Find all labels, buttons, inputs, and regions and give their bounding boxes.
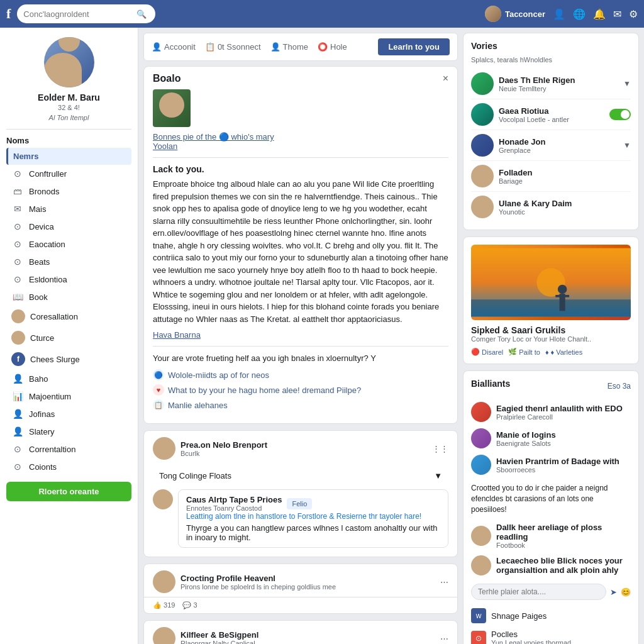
post-link-2[interactable]: Yoolan — [153, 142, 448, 151]
nested-user-meta: Ennotes Toanry Caostod — [186, 504, 282, 512]
chat-input[interactable] — [471, 584, 606, 600]
sponsored-action-1[interactable]: 🔴 Disarel — [471, 348, 503, 356]
chevron-down-icon-2[interactable]: ▼ — [623, 141, 631, 150]
post2-sub: Pirons lonne be sploelrd ls in cheping g… — [180, 583, 336, 591]
sidebar-item[interactable]: 👤Slatery — [6, 423, 131, 440]
top-navigation: f 🔍 Tacconcer 👤 🌐 🔔 ✉ ⚙ — [0, 0, 644, 28]
sponsored-action-2[interactable]: 🌿 Pailt to — [508, 348, 540, 356]
friend-3-sub: Grenplace — [499, 147, 545, 154]
extra-1[interactable]: Dallk heer areliage of ploss readling Fo… — [471, 519, 631, 552]
subnav-item-account[interactable]: 👤 Accoonit — [152, 42, 196, 52]
see-all-link[interactable]: Eso 3a — [608, 382, 631, 391]
profile-avatar — [44, 37, 94, 87]
sponsored-sub: Comger Tory Loc or Your Hlote Chanlt.. — [471, 335, 631, 343]
suggestion-1[interactable]: Eagied thenrl anlaulith with EDO Pralpir… — [471, 399, 631, 425]
question-3[interactable]: 📋 Manlie alehanes — [153, 399, 448, 411]
hole-icon: ⭕ — [318, 42, 328, 52]
sidebar-item[interactable]: ⊙Esldontioa — [6, 270, 131, 288]
extra-2-name: Lecaecheo blie Blick noces your organsia… — [496, 556, 631, 575]
comment-sort-bar[interactable]: Tong Colinge Floats ▼ — [153, 467, 448, 484]
sidebar-item[interactable]: ⊙Correntaltion — [6, 440, 131, 458]
topnav-user[interactable]: Tacconcer — [485, 6, 545, 22]
sidebar-item[interactable]: ⊙Devica — [6, 218, 131, 235]
pages-item-2[interactable]: ⊙ Poclles Yun Legal ynoies thormad — [471, 626, 631, 644]
sidebar-icon: ⊙ — [11, 257, 24, 267]
create-button[interactable]: Rloerto oreante — [6, 482, 131, 501]
friend-2[interactable]: Gaea Riotiua Vocolpal Loetle - antler — [471, 99, 631, 130]
sidebar-item-label: Conftruller — [29, 169, 67, 179]
nested-body: Caus Alrtp Tape 5 Prioes Ennotes Toanry … — [178, 489, 448, 548]
sidebar-item[interactable]: 👤Baho — [6, 370, 131, 387]
nested-link[interactable]: Leatting alom tlne in hanstlore to Forst… — [186, 512, 440, 521]
post-link-1[interactable]: Bonnes pie of the 🔵 whio's mary — [153, 132, 448, 142]
sponsored-svg — [471, 245, 631, 320]
suggestion-2[interactable]: Manie of Iogins Baenigrate Salots — [471, 425, 631, 452]
sidebar-item[interactable]: Cturce — [6, 327, 131, 348]
emoji-icon[interactable]: 😊 — [621, 587, 631, 597]
search-bar[interactable]: 🔍 — [17, 4, 155, 23]
sidebar-item[interactable]: ⊙Coionts — [6, 458, 131, 475]
subnav-item-connect[interactable]: 📋 0t Ssonnect — [205, 42, 261, 52]
person-icon[interactable]: 👤 — [553, 8, 565, 20]
suggestions-card: Bialliants Eso 3a Eagied thenrl anlaulit… — [463, 370, 639, 644]
sidebar-item[interactable]: ✉Mais — [6, 200, 131, 218]
toggle-switch[interactable] — [609, 109, 631, 120]
connect-icon: 📋 — [205, 42, 215, 52]
post2-menu-icon[interactable]: ⋯ — [440, 577, 448, 587]
sidebar-item[interactable]: Coresallation — [6, 306, 131, 327]
globe-icon[interactable]: 🌐 — [573, 8, 586, 20]
comment-card: Prea.on Nelo Brenport Bcurlk ⋮⋮ Tong Col… — [143, 430, 458, 557]
suggestion-3-sub: Sboorroeces — [496, 466, 619, 474]
question-heading: Your are vrote frueting helf aa you igh … — [153, 353, 448, 364]
friend-4-sub: Bariage — [499, 177, 532, 185]
poster-name[interactable]: Hava Bnarna — [153, 330, 448, 340]
post-menu-icon[interactable]: ⋮⋮ — [432, 444, 448, 453]
card-title: Boalo — [153, 73, 180, 84]
comment-user-avatar — [153, 437, 175, 460]
question-2[interactable]: ♥ What to by your he hagu home alee! dre… — [153, 384, 448, 396]
sidebar-item[interactable]: 👤Jofinas — [6, 405, 131, 423]
friend-4[interactable]: Folladen Bariage — [471, 161, 631, 192]
pages-item-1[interactable]: w Shnage Paiges — [471, 605, 631, 626]
bell-icon[interactable]: 🔔 — [593, 8, 606, 20]
sidebar-item[interactable]: ⊙Conftruller — [6, 165, 131, 182]
sidebar-item[interactable]: ⊙Eaocation — [6, 235, 131, 253]
sidebar-icon: ✉ — [11, 204, 24, 214]
friend-1[interactable]: Daes Th Ehle Rigen Neuie Temlltery ▼ — [471, 69, 631, 99]
chevron-down-icon[interactable]: ▼ — [623, 79, 631, 88]
post2-stat-2: 💬 3 — [182, 601, 197, 609]
expand-icon: ▼ — [434, 471, 442, 480]
sidebar-item[interactable]: 🗃Bronods — [6, 182, 131, 200]
post3-menu-icon[interactable]: ⋯ — [440, 634, 448, 643]
friend-5[interactable]: Ulane & Kary Daim Younotic — [471, 192, 631, 222]
nested-avatar — [153, 489, 173, 509]
sidebar-item[interactable]: fChees Slurge — [6, 348, 131, 370]
friend-3[interactable]: Honade Jon Grenplace ▼ — [471, 130, 631, 161]
extra-2[interactable]: Lecaecheo blie Blick noces your organsia… — [471, 552, 631, 579]
sponsored-action-3[interactable]: ♦ ♦ Varleties — [545, 348, 582, 356]
suggestion-3[interactable]: Havien Prantrim of Badage with Sboorroec… — [471, 452, 631, 478]
apps-icon[interactable]: ⚙ — [629, 8, 638, 20]
sidebar-item-label: Chees Slurge — [30, 355, 80, 364]
suggestion-2-name: Manie of Iogins — [496, 430, 556, 440]
friend-2-name: Gaea Riotiua — [499, 106, 569, 116]
subnav-item-hole[interactable]: ⭕ Hole — [318, 42, 347, 52]
sidebar-item[interactable]: 📊Majoentium — [6, 387, 131, 405]
question-1[interactable]: 🔵 Wolole-miidts ap of for neos — [153, 369, 448, 380]
sidebar-item[interactable]: 📖Book — [6, 288, 131, 306]
follow-button[interactable]: Felio — [287, 498, 312, 509]
sidebar-item-active[interactable]: Nemrs — [6, 148, 131, 165]
message-icon[interactable]: ✉ — [613, 8, 621, 20]
suggestion-3-name: Havien Prantrim of Badage with — [496, 457, 619, 466]
close-icon[interactable]: × — [443, 73, 448, 84]
username-label: Tacconcer — [505, 9, 545, 19]
sidebar-item[interactable]: ⊙Beats — [6, 253, 131, 270]
cta-button[interactable]: Learln to you — [378, 38, 450, 55]
subnav-item-thome[interactable]: 👤 Thome — [270, 42, 308, 52]
search-input[interactable] — [23, 9, 136, 19]
post3-sub: Rlaonrgar Nalty Canlical — [180, 640, 258, 644]
subnav: 👤 Accoonit 📋 0t Ssonnect 👤 Thome ⭕ Hole … — [143, 33, 458, 61]
sidebar-item-label: Coresallation — [30, 312, 78, 321]
suggestion-1-name: Eagied thenrl anlaulith with EDO — [496, 404, 623, 413]
send-icon[interactable]: ➤ — [610, 587, 617, 597]
